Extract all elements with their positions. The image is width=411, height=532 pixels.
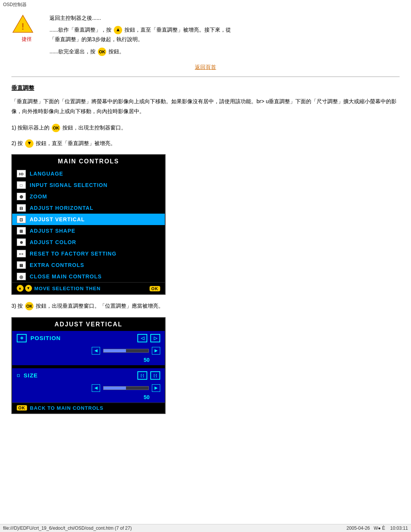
size-icon: ◻	[17, 373, 20, 377]
v-footer-label: BACK TO MAIN CONTROLS	[30, 405, 104, 411]
osd-item-close: ◎ CLOSE MAIN CONTROLS	[12, 271, 165, 282]
osd-item-input: □ INPUT SIGNAL SELECTION	[12, 179, 165, 191]
close-label: CLOSE MAIN CONTROLS	[30, 273, 102, 280]
section-heading: 垂直調整	[11, 85, 400, 92]
svg-text:!: !	[21, 21, 24, 32]
extra-icon: ▤	[17, 261, 26, 269]
position-slider-row: ◀ ▶	[12, 345, 165, 356]
osd-item-zoom: ⊕ ZOOM	[12, 191, 165, 202]
footer-ok-badge: OK	[150, 286, 161, 291]
adj-horiz-icon: ⊟	[17, 204, 26, 212]
shortcut-section: ! 捷徑 返回主控制器之後...... ......欲作「垂直調整」，按 ▲ 按…	[11, 13, 400, 56]
warning-icon: !	[11, 13, 34, 34]
size-increase-btn: ▶	[152, 384, 160, 392]
position-value-row: 50	[12, 356, 165, 365]
step1: 1) 按顯示器上的 OK 按鈕，出現主控制器窗口。	[11, 123, 400, 133]
step1-ok-icon: OK	[52, 124, 60, 132]
step2-text-before: 2) 按	[11, 140, 23, 146]
size-slider-row: ◀ ▶	[12, 383, 165, 393]
shortcut-line1: 返回主控制器之後......	[49, 13, 231, 23]
osd-item-adj-color: ⊛ ADJUST COLOR	[12, 236, 165, 248]
reset-icon: ≡≡	[17, 250, 26, 257]
size-decrease-btn: ◀	[92, 384, 100, 392]
divider	[11, 77, 400, 77]
body-paragraph: 「垂直調整」下面的「位置調整」將螢幕中的影像向上或向下移動。如果影像沒有居中，請…	[11, 96, 400, 117]
step3-text-before: 3) 按	[11, 303, 23, 309]
step1-text-after: 按鈕，出現主控制器窗口。	[62, 125, 126, 131]
reset-label: RESET TO FACTORY SETTING	[30, 251, 116, 257]
step3: 3) 按 OK 按鈕，出現垂直調整窗口。「位置調整」應當被增亮。	[11, 301, 400, 311]
size-shrink-btn: [·]	[137, 371, 147, 380]
adj-shape-label: ADJUST SHAPE	[30, 228, 75, 234]
osd-v-footer: OK BACK TO MAIN CONTROLS	[12, 403, 165, 413]
adj-horiz-label: ADJUST HORIZONTAL	[30, 205, 94, 211]
osd-adjust-vertical: ADJUST VERTICAL ⊕ POSITION ◁ ▷ ◀ ▶ 50 ◻ …	[11, 317, 166, 414]
nav-arrows: ▲ ▼	[17, 285, 32, 292]
adj-color-label: ADJUST COLOR	[30, 239, 76, 245]
shortcut-line4: ......欲完全退出，按 OK 按鈕。	[49, 47, 231, 56]
statusbar-url: file:///D)/EDFU/crt_19_6/edoc/t_chi/OSD/…	[3, 526, 132, 531]
footer-left-text: MOVE SELECTION THEN	[34, 286, 100, 291]
position-value: 50	[143, 357, 150, 363]
step3-text-after: 按鈕，出現垂直調整窗口。「位置調整」應當被增亮。	[36, 303, 164, 309]
language-label: LANGUAGE	[30, 171, 63, 177]
size-label: SIZE	[24, 372, 134, 379]
shortcut-text: 返回主控制器之後...... ......欲作「垂直調整」，按 ▲ 按鈕，直至「…	[49, 13, 231, 56]
osd-item-extra: ▤ EXTRA CONTROLS	[12, 259, 165, 271]
size-value: 50	[143, 394, 150, 400]
up-nav-icon: ▲	[17, 285, 24, 292]
size-value-row: 50	[12, 393, 165, 403]
osd-item-adj-horiz: ⊟ ADJUST HORIZONTAL	[12, 202, 165, 214]
titlebar: OSD控制器	[0, 0, 411, 10]
position-arrows: ◁ ▷	[137, 334, 160, 342]
step1-text-before: 1) 按顯示器上的	[11, 125, 49, 131]
size-slider-track	[103, 386, 149, 390]
footer-left: ▲ ▼ MOVE SELECTION THEN	[17, 285, 100, 292]
input-icon: □	[17, 181, 26, 189]
return-link[interactable]: 返回頁首	[195, 64, 216, 70]
up-arrow-icon: ▲	[114, 26, 122, 34]
osd-main-footer: ▲ ▼ MOVE SELECTION THEN OK	[12, 282, 165, 294]
extra-label: EXTRA CONTROLS	[30, 262, 84, 268]
shortcut-left-col: ! 捷徑	[11, 13, 42, 43]
osd-main-controls: MAIN CONTROLS 3D LANGUAGE □ INPUT SIGNAL…	[11, 154, 166, 295]
osd-v-position-row: ⊕ POSITION ◁ ▷	[12, 331, 165, 345]
position-right-arrow: ▷	[150, 334, 160, 342]
step2: 2) 按 ▼ 按鈕，直至「垂直調整」被增亮。	[11, 138, 400, 149]
adj-shape-icon: ⊞	[17, 227, 26, 235]
footer-right: OK	[150, 286, 161, 291]
position-icon: ⊕	[17, 334, 27, 342]
osd-main-title: MAIN CONTROLS	[12, 155, 165, 168]
v-footer-ok-badge: OK	[17, 405, 27, 411]
position-increase-btn: ▶	[152, 347, 160, 355]
position-label: POSITION	[30, 335, 134, 341]
down-nav-icon: ▼	[25, 285, 32, 292]
close-icon: ◎	[17, 273, 26, 280]
shortcut-line2: ......欲作「垂直調整」，按 ▲ 按鈕，直至「垂直調整」被增亮。接下來，從	[49, 25, 231, 35]
osd-item-reset: ≡≡ RESET TO FACTORY SETTING	[12, 248, 165, 259]
position-left-arrow: ◁	[137, 334, 147, 342]
adj-vert-label: ADJUST VERTICAL	[30, 216, 85, 222]
language-icon: 3D	[17, 170, 26, 177]
adj-vert-icon: ⊡	[17, 216, 26, 223]
size-expand-btn: [·]	[150, 371, 160, 380]
position-decrease-btn: ◀	[92, 347, 100, 355]
step2-down-icon: ▼	[25, 139, 33, 148]
size-slider-fill	[104, 387, 126, 390]
main-content: ! 捷徑 返回主控制器之後...... ......欲作「垂直調整」，按 ▲ 按…	[0, 10, 411, 443]
shortcut-line3: 「垂直調整」的第3步做起，執行說明。	[49, 35, 231, 44]
input-label: INPUT SIGNAL SELECTION	[30, 182, 108, 188]
osd-v-size-row: ◻ SIZE [·] [·]	[12, 368, 165, 383]
step3-ok-icon: OK	[25, 302, 33, 310]
statusbar: file:///D)/EDFU/crt_19_6/edoc/t_chi/OSD/…	[0, 524, 411, 532]
position-slider-fill	[104, 349, 126, 352]
osd-item-language: 3D LANGUAGE	[12, 168, 165, 179]
zoom-icon: ⊕	[17, 193, 26, 200]
shortcut-label: 捷徑	[22, 36, 32, 43]
osd-item-adj-vert: ⊡ ADJUST VERTICAL	[12, 214, 165, 225]
position-slider-track	[103, 349, 149, 353]
size-arrows: [·] [·]	[137, 371, 160, 380]
adj-color-icon: ⊛	[17, 238, 26, 246]
osd-item-adj-shape: ⊞ ADJUST SHAPE	[12, 225, 165, 236]
return-link-container: 返回頁首	[11, 64, 400, 71]
